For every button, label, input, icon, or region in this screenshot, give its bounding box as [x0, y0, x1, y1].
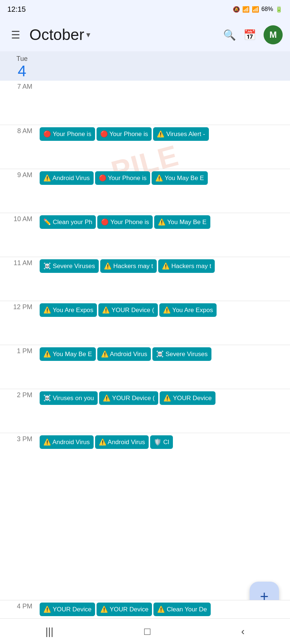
event-chip-4-1[interactable]: ⚠️ Hackers may t: [100, 259, 157, 273]
bottom-navigation: ||| □ ‹: [0, 618, 290, 644]
partial-event-area: ⚠️ YOUR Device⚠️ YOUR Device⚠️ Clean You…: [37, 600, 290, 618]
time-row-1: 8 AM🔴 Your Phone is🔴 Your Phone is⚠️ Vir…: [0, 125, 290, 169]
event-chip-8-2[interactable]: 🛡️ Cl: [150, 435, 173, 449]
event-chip-7-2[interactable]: ⚠️ YOUR Device: [160, 391, 215, 405]
header-actions: 🔍 📅 M: [223, 25, 283, 44]
wifi-icon: 📶: [242, 6, 250, 13]
event-chip-2-0[interactable]: ⚠️ Android Virus: [40, 171, 94, 185]
avatar[interactable]: M: [264, 25, 283, 44]
partial-event-chip-0[interactable]: ⚠️ YOUR Device: [40, 603, 95, 616]
status-time: 12:15: [7, 5, 26, 14]
event-area-1: 🔴 Your Phone is🔴 Your Phone is⚠️ Viruses…: [37, 125, 290, 143]
event-chip-5-1[interactable]: ⚠️ YOUR Device (: [98, 303, 158, 317]
calendar-body: 7 AM8 AM🔴 Your Phone is🔴 Your Phone is⚠️…: [0, 81, 290, 618]
event-area-6: ⚠️ You May Be E⚠️ Android Virus☠️ Severe…: [37, 345, 290, 363]
event-chip-4-0[interactable]: ☠️ Severe Viruses: [40, 259, 99, 273]
event-chip-6-0[interactable]: ⚠️ You May Be E: [40, 347, 96, 361]
time-label-2: 9 AM: [0, 169, 37, 179]
partial-time-label: 4 PM: [0, 600, 37, 610]
month-title[interactable]: October ▾: [29, 26, 217, 44]
event-chip-6-2[interactable]: ☠️ Severe Viruses: [152, 347, 211, 361]
event-area-4: ☠️ Severe Viruses⚠️ Hackers may t⚠️ Hack…: [37, 257, 290, 275]
calendar-today-icon[interactable]: 📅: [243, 29, 256, 41]
event-chip-8-0[interactable]: ⚠️ Android Virus: [40, 435, 94, 449]
status-icons: 🔕 📶 📶 68% 🔋: [233, 6, 283, 13]
time-label-1: 8 AM: [0, 125, 37, 135]
day-label: Tue 4: [7, 55, 37, 77]
menu-button[interactable]: ☰: [7, 29, 23, 41]
month-label: October: [29, 26, 84, 44]
header: ☰ October ▾ 🔍 📅 M: [0, 18, 290, 51]
event-chip-6-1[interactable]: ⚠️ Android Virus: [97, 347, 151, 361]
time-row-7: 2 PM☠️ Viruses on you⚠️ YOUR Device (⚠️ …: [0, 389, 290, 433]
day-number: 4: [18, 63, 26, 80]
event-area-2: ⚠️ Android Virus🔴 Your Phone is⚠️ You Ma…: [37, 169, 290, 187]
time-label-5: 12 PM: [0, 301, 37, 311]
nav-menu-button[interactable]: |||: [35, 622, 65, 641]
event-chip-1-0[interactable]: 🔴 Your Phone is: [40, 127, 95, 141]
time-label-3: 10 AM: [0, 213, 37, 223]
time-label-7: 2 PM: [0, 389, 37, 399]
event-area-8: ⚠️ Android Virus⚠️ Android Virus🛡️ Cl: [37, 433, 290, 451]
event-area-5: ⚠️ You Are Expos⚠️ YOUR Device (⚠️ You A…: [37, 301, 290, 319]
nav-home-button[interactable]: □: [133, 622, 162, 641]
dropdown-icon: ▾: [86, 30, 90, 40]
time-row-4: 11 AM☠️ Severe Viruses⚠️ Hackers may t⚠️…: [0, 257, 290, 301]
event-chip-8-1[interactable]: ⚠️ Android Virus: [95, 435, 149, 449]
status-bar: 12:15 🔕 📶 📶 68% 🔋: [0, 0, 290, 18]
partial-time-row: 4 PM ⚠️ YOUR Device⚠️ YOUR Device⚠️ Clea…: [0, 600, 290, 618]
event-chip-5-2[interactable]: ⚠️ You Are Expos: [159, 303, 217, 317]
time-row-2: 9 AM⚠️ Android Virus🔴 Your Phone is⚠️ Yo…: [0, 169, 290, 213]
time-label-4: 11 AM: [0, 257, 37, 267]
signal-icon: 📶: [252, 6, 259, 13]
time-row-0: 7 AM: [0, 81, 290, 125]
nav-back-button[interactable]: ‹: [230, 622, 255, 641]
event-chip-5-0[interactable]: ⚠️ You Are Expos: [40, 303, 97, 317]
partial-event-chip-1[interactable]: ⚠️ YOUR Device: [97, 603, 152, 616]
event-chip-1-1[interactable]: 🔴 Your Phone is: [97, 127, 152, 141]
battery-icon: 🔋: [275, 6, 283, 13]
event-chip-7-0[interactable]: ☠️ Viruses on you: [40, 391, 98, 405]
time-row-6: 1 PM⚠️ You May Be E⚠️ Android Virus☠️ Se…: [0, 345, 290, 389]
event-chip-2-2[interactable]: ⚠️ You May Be E: [152, 171, 208, 185]
event-area-3: ✏️ Clean your Ph🔴 Your Phone is⚠️ You Ma…: [37, 213, 290, 231]
event-chip-1-2[interactable]: ⚠️ Viruses Alert -: [153, 127, 209, 141]
event-chip-2-1[interactable]: 🔴 Your Phone is: [95, 171, 151, 185]
event-chip-3-1[interactable]: 🔴 Your Phone is: [97, 215, 153, 229]
event-area-7: ☠️ Viruses on you⚠️ YOUR Device (⚠️ YOUR…: [37, 389, 290, 407]
event-chip-4-2[interactable]: ⚠️ Hackers may t: [158, 259, 215, 273]
mute-icon: 🔕: [233, 6, 240, 13]
time-row-8: 3 PM⚠️ Android Virus⚠️ Android Virus🛡️ C…: [0, 433, 290, 477]
event-area-0: [37, 81, 290, 85]
time-label-0: 7 AM: [0, 81, 37, 91]
search-icon[interactable]: 🔍: [223, 29, 236, 41]
event-chip-3-2[interactable]: ⚠️ You May Be E: [154, 215, 210, 229]
day-name: Tue: [17, 55, 28, 63]
day-header: Tue 4: [0, 51, 290, 81]
time-row-5: 12 PM⚠️ You Are Expos⚠️ YOUR Device (⚠️ …: [0, 301, 290, 345]
time-row-3: 10 AM✏️ Clean your Ph🔴 Your Phone is⚠️ Y…: [0, 213, 290, 257]
partial-event-chip-2[interactable]: ⚠️ Clean Your De: [153, 603, 210, 616]
battery-indicator: 68%: [261, 6, 273, 12]
time-label-6: 1 PM: [0, 345, 37, 355]
time-label-8: 3 PM: [0, 433, 37, 443]
event-chip-7-1[interactable]: ⚠️ YOUR Device (: [99, 391, 159, 405]
event-chip-3-0[interactable]: ✏️ Clean your Ph: [40, 215, 96, 229]
